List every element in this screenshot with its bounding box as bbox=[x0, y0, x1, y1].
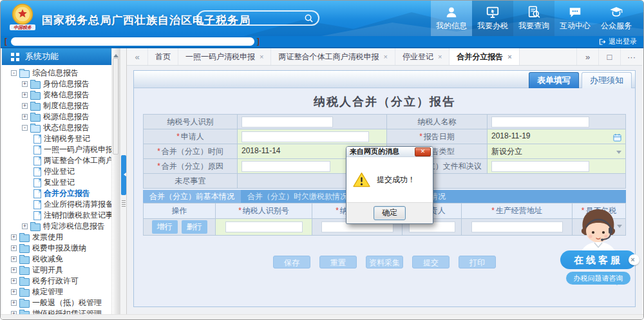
collapse-sidebar-handle[interactable] bbox=[121, 155, 126, 195]
sub-bar: [ ] 退出登录 bbox=[1, 36, 643, 48]
nav-do-tax[interactable]: 我要办税 bbox=[472, 1, 513, 36]
dialog-titlebar[interactable]: 来自网页的消息 ✕ bbox=[346, 147, 433, 157]
sidebar-item[interactable]: +税收减免 bbox=[2, 254, 111, 265]
tab-close-icon[interactable]: × bbox=[383, 53, 387, 61]
sidebar-item[interactable]: +证明开具 bbox=[2, 265, 111, 276]
submit-button[interactable]: 提交 bbox=[412, 256, 450, 268]
scroll-up-icon[interactable] bbox=[112, 48, 120, 57]
merge-reason-input[interactable] bbox=[242, 161, 330, 172]
calendar-icon[interactable] bbox=[613, 133, 621, 142]
expand-icon[interactable]: + bbox=[22, 92, 28, 98]
data-collect-button[interactable]: 资料采集 bbox=[366, 256, 403, 268]
expand-icon[interactable]: + bbox=[11, 245, 17, 251]
delete-row-button[interactable]: 删行 bbox=[182, 220, 207, 234]
logout-button[interactable]: 退出登录 bbox=[598, 37, 637, 46]
expand-icon[interactable]: + bbox=[11, 234, 17, 240]
expand-icon[interactable]: + bbox=[11, 267, 17, 273]
expand-icon[interactable]: + bbox=[11, 256, 17, 262]
row-taxpayer-id-input[interactable] bbox=[225, 221, 303, 232]
collapse-icon[interactable]: - bbox=[22, 125, 28, 131]
tab-close-icon[interactable]: × bbox=[507, 53, 511, 61]
sidebar-item[interactable]: +制度信息报告 bbox=[2, 100, 111, 111]
report-date-field[interactable]: 2018-11-19 bbox=[488, 129, 626, 144]
file-icon bbox=[33, 189, 41, 198]
dialog-close-icon[interactable]: ✕ bbox=[415, 147, 431, 156]
expand-icon[interactable]: + bbox=[11, 278, 17, 284]
expand-icon[interactable]: + bbox=[22, 103, 28, 109]
sidebar-item[interactable]: 停业登记 bbox=[2, 166, 111, 177]
report-date-value[interactable]: 2018-11-19 bbox=[491, 131, 531, 140]
search-icon[interactable] bbox=[304, 14, 314, 23]
file-icon bbox=[33, 167, 41, 176]
sidebar-splitter[interactable] bbox=[120, 48, 127, 315]
sidebar-item[interactable]: 企业所得税清算报备 bbox=[2, 199, 111, 210]
sidebar-header[interactable]: 系统功能 bbox=[2, 48, 111, 65]
folder-icon bbox=[19, 234, 30, 242]
sidebar-item[interactable]: +税费申报及缴纳 bbox=[2, 243, 111, 254]
subtab-1[interactable]: 合并（分立）时欠缴税款情况 bbox=[241, 190, 354, 203]
service-close-icon[interactable]: × bbox=[629, 254, 639, 265]
tabs-scroll-forward-icon[interactable]: » bbox=[576, 48, 598, 65]
merge-time-value[interactable]: 2018-11-14 bbox=[242, 146, 281, 155]
tab-close-icon[interactable]: × bbox=[438, 53, 442, 61]
row-business-address-input[interactable] bbox=[471, 221, 563, 232]
subtab-0[interactable]: 合并（分立）前基本情况 bbox=[143, 190, 241, 203]
online-service-button[interactable]: 在线客服 × bbox=[560, 250, 636, 269]
tab-3[interactable]: 停业登记× bbox=[395, 48, 450, 65]
tab-instructions[interactable]: 办理须知 bbox=[582, 72, 632, 88]
taxpayer-id-input[interactable] bbox=[242, 117, 333, 127]
sidebar-item[interactable]: +资格信息报告 bbox=[2, 89, 111, 100]
nav-interaction-center[interactable]: 互动中心 bbox=[554, 1, 596, 36]
expand-icon[interactable]: + bbox=[22, 81, 28, 87]
nav-public-service[interactable]: 公众服务 bbox=[596, 1, 637, 36]
sidebar-item[interactable]: +身份信息报告 bbox=[2, 79, 111, 89]
reset-button[interactable]: 重置 bbox=[319, 256, 357, 268]
scrollbar-thumb[interactable] bbox=[113, 58, 118, 155]
sidebar-item[interactable]: +税源信息报告 bbox=[2, 111, 111, 122]
save-button[interactable]: 保存 bbox=[273, 256, 310, 268]
merge-docs-input[interactable] bbox=[491, 161, 589, 172]
sidebar-item[interactable]: +核定管理 bbox=[2, 287, 111, 297]
tabs-scroll-back-icon[interactable]: « bbox=[127, 48, 148, 65]
sidebar-item[interactable]: +特定涉税信息报告 bbox=[2, 221, 111, 232]
restore-window-icon[interactable]: □ bbox=[598, 48, 620, 65]
sidebar-item[interactable]: 两证整合个体工商户清税申报 bbox=[2, 155, 111, 166]
sidebar-item[interactable]: 合并分立报告 bbox=[2, 188, 111, 199]
report-type-select[interactable]: 新设分立 bbox=[488, 144, 626, 159]
sidebar-item[interactable]: +税务行政许可 bbox=[2, 276, 111, 287]
chevron-down-icon[interactable] bbox=[616, 151, 621, 156]
taxpayer-name-input[interactable] bbox=[491, 117, 589, 127]
sidebar-item[interactable]: 一照一码户清税申报 bbox=[2, 144, 111, 155]
expand-icon[interactable]: + bbox=[11, 300, 17, 306]
sidebar-item[interactable]: 注销税务登记 bbox=[2, 133, 111, 144]
tab-form-fill[interactable]: 表单填写 bbox=[529, 72, 579, 88]
tab-4[interactable]: 合并分立报告× bbox=[450, 48, 519, 65]
tab-1[interactable]: 一照一码户清税申报× bbox=[178, 48, 271, 65]
applicant-input[interactable] bbox=[242, 131, 369, 142]
warning-icon bbox=[353, 172, 370, 188]
tab-close-icon[interactable]: × bbox=[260, 53, 263, 61]
ok-button[interactable]: 确定 bbox=[374, 206, 406, 220]
sidebar-item[interactable]: +发票使用 bbox=[2, 232, 111, 243]
sidebar-scrollbar[interactable] bbox=[111, 48, 120, 315]
sidebar-item[interactable]: 复业登记 bbox=[2, 177, 111, 188]
nav-my-info[interactable]: 我的信息 bbox=[431, 1, 472, 36]
expand-icon[interactable]: + bbox=[22, 223, 28, 229]
expand-icon[interactable]: + bbox=[11, 289, 17, 295]
sidebar-item[interactable]: 注销扣缴税款登记事项 bbox=[2, 210, 111, 221]
collapse-icon[interactable]: - bbox=[11, 70, 17, 76]
tab-0[interactable]: 首页 bbox=[148, 48, 178, 65]
nav-query[interactable]: 我要查询 bbox=[513, 1, 554, 36]
service-consult-bubble[interactable]: 办税问题请咨询 bbox=[566, 272, 630, 285]
folder-icon bbox=[19, 278, 30, 286]
expand-icon[interactable]: + bbox=[22, 114, 28, 120]
tab-menu-icon[interactable]: ··· bbox=[620, 48, 642, 65]
sidebar-item[interactable]: -综合信息报告 bbox=[2, 68, 111, 79]
panel-header-strip: 表单填写办理须知 bbox=[134, 71, 635, 88]
print-button[interactable]: 打印 bbox=[459, 256, 496, 268]
add-row-button[interactable]: 增行 bbox=[152, 220, 178, 234]
tab-2[interactable]: 两证整合个体工商户清税申报× bbox=[271, 48, 395, 65]
header-search-input[interactable] bbox=[197, 10, 319, 26]
sidebar-item[interactable]: +一般退（抵）税管理 bbox=[2, 297, 111, 308]
sidebar-item[interactable]: -状态信息报告 bbox=[2, 122, 111, 133]
